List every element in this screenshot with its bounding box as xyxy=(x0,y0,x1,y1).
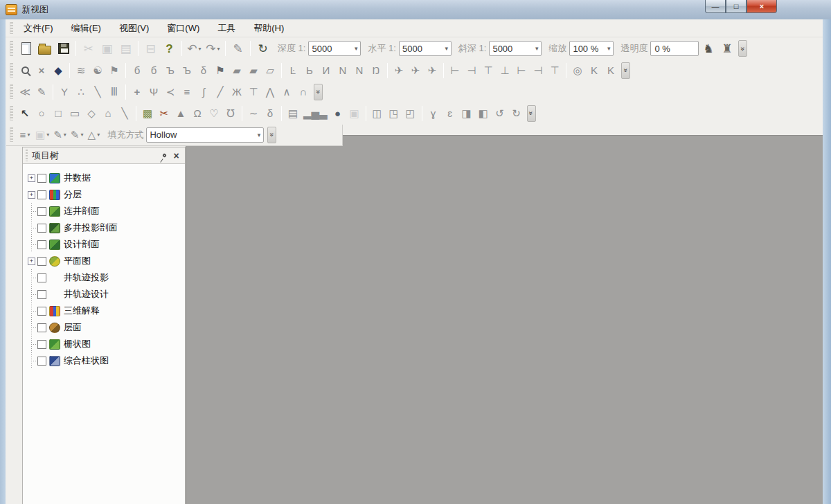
expand-toggle[interactable]: + xyxy=(26,253,37,269)
pattern-fill-icon[interactable]: ▩ xyxy=(139,105,156,122)
fork-tool-icon[interactable]: Ψ xyxy=(145,84,162,100)
terrain-tool-icon[interactable]: ♜ xyxy=(717,39,736,58)
flag-icon[interactable]: ⚑ xyxy=(106,62,123,79)
rotate-right-icon[interactable]: ↻ xyxy=(508,105,525,122)
chevron-down-icon[interactable]: ▾ xyxy=(80,132,83,138)
depth-scale-combo[interactable]: 5000▾ xyxy=(308,41,361,56)
rectangle-tool-icon[interactable]: ▭ xyxy=(66,105,83,122)
rotate-left-icon[interactable]: ↺ xyxy=(492,105,508,122)
prec-tool-icon[interactable]: ≺ xyxy=(162,84,179,100)
bird-tool-icon[interactable]: ♞ xyxy=(699,39,717,58)
toolbar-overflow-button[interactable]: » xyxy=(621,62,630,79)
menubar-gripper[interactable] xyxy=(10,22,13,35)
redo-icon[interactable]: ↷▾ xyxy=(204,39,222,58)
arc-tool-icon[interactable]: ∩ xyxy=(295,84,312,100)
wellbore-tool-icon-2[interactable]: б xyxy=(145,62,162,79)
wave-tool-icon[interactable]: ∼ xyxy=(245,105,262,122)
menu-edit[interactable]: 编辑(E) xyxy=(64,20,108,37)
expand-toggle[interactable]: + xyxy=(26,186,37,203)
spline-tool-icon-1[interactable]: ɣ xyxy=(425,105,442,122)
menu-help[interactable]: 帮助(H) xyxy=(247,20,291,37)
new-file-icon[interactable] xyxy=(17,39,35,58)
panel-gripper[interactable] xyxy=(26,150,28,161)
diamond-tool-icon[interactable]: ◇ xyxy=(83,105,100,122)
symbol-style-icon[interactable]: △▾ xyxy=(85,127,102,143)
section-tool-icon-1[interactable]: ⊢ xyxy=(447,62,463,79)
deviated-scale-combo[interactable]: 5000▾ xyxy=(489,41,542,56)
toolbar-overflow-button[interactable]: » xyxy=(527,105,536,122)
help-icon[interactable]: ? xyxy=(160,39,179,58)
scale-tool-icon-1[interactable]: K xyxy=(586,62,602,79)
pen-tool-icon[interactable]: ✎ xyxy=(33,84,50,100)
card-tool-icon-1[interactable]: ◫ xyxy=(369,105,386,122)
projection-tool-icon-2[interactable]: ✈ xyxy=(407,62,424,79)
trace-tool-icon-5[interactable]: N xyxy=(351,62,368,79)
chevron-down-icon[interactable]: ▾ xyxy=(46,132,49,138)
trace-tool-icon-2[interactable]: Ь xyxy=(301,62,318,79)
tree-item-12[interactable]: 综合柱状图 xyxy=(23,352,185,369)
tree-checkbox[interactable] xyxy=(37,290,46,299)
tree-checkbox[interactable] xyxy=(37,357,46,366)
toolbar-gripper[interactable] xyxy=(10,84,13,100)
refresh-icon[interactable]: ↻ xyxy=(253,39,272,58)
layer-tool-icon-3[interactable]: ▱ xyxy=(262,62,278,79)
trace-tool-icon-3[interactable]: И xyxy=(318,62,334,79)
expand-toggle[interactable]: + xyxy=(26,170,37,186)
chevron-down-icon[interactable]: ▾ xyxy=(97,132,100,138)
toolbar-overflow-button[interactable]: » xyxy=(267,127,276,143)
wellbore-tool-icon-4[interactable]: Ъ xyxy=(179,62,195,79)
layer-tool-icon-1[interactable]: ▰ xyxy=(229,62,245,79)
menu-file[interactable]: 文件(F) xyxy=(17,20,60,37)
card-tool-icon-3[interactable]: ◰ xyxy=(402,105,419,122)
trace-tool-icon-6[interactable]: Ŋ xyxy=(368,62,384,79)
pen-color-icon-2[interactable]: ✎▾ xyxy=(69,127,86,143)
save-icon[interactable] xyxy=(54,39,73,58)
section-tool-icon-2[interactable]: ⊣ xyxy=(463,62,480,79)
projection-tool-icon-3[interactable]: ✈ xyxy=(424,62,440,79)
panel-close-icon[interactable]: × xyxy=(170,150,182,161)
toolbar-gripper[interactable] xyxy=(10,127,13,143)
tree-checkbox[interactable] xyxy=(37,224,46,233)
scale-tool-icon-2[interactable]: K xyxy=(602,62,619,79)
tree-item-9[interactable]: 三维解释 xyxy=(23,303,185,319)
spline-tool-icon-2[interactable]: ɛ xyxy=(442,105,458,122)
transparency-input[interactable]: 0 % xyxy=(650,41,699,56)
plus-expand-icon[interactable]: + xyxy=(28,191,35,199)
square-tool-icon[interactable]: □ xyxy=(50,105,66,122)
plus-expand-icon[interactable]: + xyxy=(28,174,35,182)
points-tool-icon[interactable]: ∴ xyxy=(73,84,89,100)
branch-tool-icon[interactable]: Y xyxy=(56,84,73,100)
plus-expand-icon[interactable]: + xyxy=(28,258,35,265)
card-tool-icon-2[interactable]: ◳ xyxy=(386,105,402,122)
angle-tool-icon[interactable]: ≪ xyxy=(17,84,33,100)
menu-tools[interactable]: 工具 xyxy=(211,20,242,37)
chevron-down-icon[interactable]: ▾ xyxy=(64,132,66,138)
callout-tool-icon-3[interactable]: ℧ xyxy=(222,105,239,122)
toolbar-gripper[interactable] xyxy=(10,106,13,121)
zoom-tool-icon[interactable] xyxy=(17,62,33,79)
tree-item-11[interactable]: 栅状图 xyxy=(23,336,185,352)
section-tool-icon-3[interactable]: ⊤ xyxy=(480,62,497,79)
menu-view[interactable]: 视图(V) xyxy=(112,20,156,37)
tree-item-5[interactable]: 设计剖面 xyxy=(23,236,185,253)
well-curve-icon[interactable]: ≋ xyxy=(73,62,89,79)
ellipse-tool-icon[interactable]: ○ xyxy=(33,105,50,122)
well-symbol-icon[interactable]: ☯ xyxy=(89,62,106,79)
layer-tool-icon-2[interactable]: ▰ xyxy=(245,62,262,79)
menu-window[interactable]: 窗口(W) xyxy=(160,20,206,37)
callout-tool-icon-1[interactable]: Ω xyxy=(189,105,206,122)
tree-checkbox[interactable] xyxy=(37,174,46,183)
tee-tool-icon[interactable]: ⊤ xyxy=(245,84,262,100)
tree-checkbox[interactable] xyxy=(37,190,46,199)
clip-tool-icon[interactable]: ✂ xyxy=(156,105,172,122)
freehand-tool-icon[interactable]: δ xyxy=(262,105,278,122)
undo-icon[interactable]: ↶▾ xyxy=(185,39,204,58)
stack-tool-icon-1[interactable]: ◨ xyxy=(458,105,475,122)
section-tool-icon-7[interactable]: ⊤ xyxy=(546,62,563,79)
tree-item-1[interactable]: +井数据 xyxy=(23,170,185,186)
tree-checkbox[interactable] xyxy=(37,307,46,316)
zoom-combo[interactable]: 100 %▾ xyxy=(569,41,614,56)
tree-checkbox[interactable] xyxy=(37,340,46,349)
apex-tool-icon-1[interactable]: ⋀ xyxy=(262,84,278,100)
minimize-button[interactable]: — xyxy=(705,0,726,13)
